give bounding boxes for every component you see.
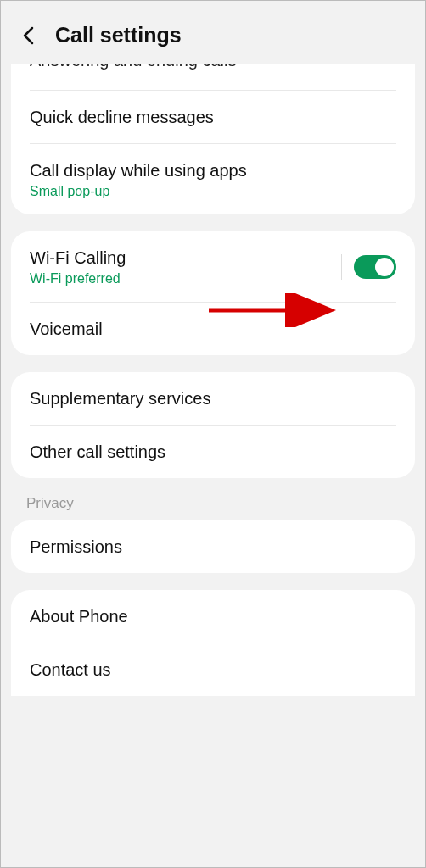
item-quick-decline[interactable]: Quick decline messages: [11, 91, 415, 143]
item-call-display[interactable]: Call display while using apps Small pop-…: [11, 144, 415, 214]
header: Call settings: [1, 1, 425, 64]
item-supplementary[interactable]: Supplementary services: [11, 372, 415, 425]
item-sublabel: Wi-Fi preferred: [30, 271, 341, 287]
settings-group-3: Supplementary services Other call settin…: [11, 372, 415, 478]
item-label: Contact us: [30, 659, 396, 681]
item-sublabel: Small pop-up: [30, 184, 396, 199]
item-about-phone[interactable]: About Phone: [11, 590, 415, 643]
item-permissions[interactable]: Permissions: [11, 520, 415, 573]
item-other-call[interactable]: Other call settings: [11, 426, 415, 478]
settings-group-5: About Phone Contact us: [11, 590, 415, 696]
item-wifi-calling[interactable]: Wi-Fi Calling Wi-Fi preferred: [11, 231, 415, 302]
item-label: Answering and ending calls: [30, 64, 237, 71]
item-label: Wi-Fi Calling: [30, 247, 341, 269]
item-label: Quick decline messages: [30, 106, 396, 128]
item-label: About Phone: [30, 605, 396, 627]
toggle-knob: [375, 258, 394, 276]
section-label-privacy: Privacy: [1, 495, 425, 520]
item-contact-us[interactable]: Contact us: [11, 643, 415, 696]
settings-group-1: Answering and ending calls Quick decline…: [11, 64, 415, 214]
item-answering[interactable]: Answering and ending calls: [11, 64, 415, 90]
wifi-calling-toggle[interactable]: [354, 255, 396, 279]
item-label: Permissions: [30, 536, 396, 558]
item-label: Supplementary services: [30, 387, 396, 409]
item-label: Call display while using apps: [30, 159, 396, 181]
item-label: Voicemail: [30, 318, 396, 340]
item-voicemail[interactable]: Voicemail: [11, 303, 415, 355]
settings-group-2: Wi-Fi Calling Wi-Fi preferred Voicemail: [11, 231, 415, 355]
toggle-wrap: [341, 254, 396, 280]
settings-group-4: Permissions: [11, 520, 415, 573]
back-icon[interactable]: [18, 25, 38, 46]
toggle-divider: [341, 254, 342, 280]
item-label: Other call settings: [30, 441, 396, 463]
page-title: Call settings: [55, 23, 182, 47]
